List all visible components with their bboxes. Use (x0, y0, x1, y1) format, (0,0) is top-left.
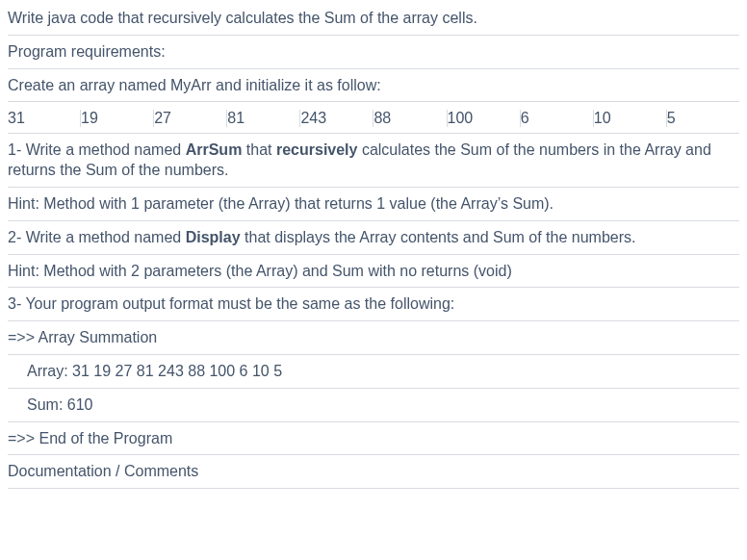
array-cell: 10 (594, 110, 667, 127)
text-segment: that (242, 141, 276, 158)
array-cell: 5 (667, 110, 739, 127)
output-line-3: Sum: 610 (8, 389, 739, 422)
output-line-2: Array: 31 19 27 81 243 88 100 6 10 5 (8, 355, 739, 389)
array-cell: 27 (154, 110, 227, 127)
array-cell: 31 (8, 110, 81, 127)
bold-text: recursively (276, 141, 358, 158)
step-3-line: 3- Your program output format must be th… (8, 288, 739, 321)
step-2-line: 2- Write a method named Display that dis… (8, 221, 739, 255)
hint-1-line: Hint: Method with 1 parameter (the Array… (8, 188, 739, 221)
array-cell: 19 (81, 110, 154, 127)
text-segment: 2- Write a method named (8, 229, 186, 245)
output-line-4: =>> End of the Program (8, 422, 739, 456)
hint-2-line: Hint: Method with 2 parameters (the Arra… (8, 255, 739, 289)
array-cell: 6 (521, 110, 594, 127)
bold-text: Display (186, 229, 241, 245)
array-values-row: 31 19 27 81 243 88 100 6 10 5 (8, 102, 739, 134)
step-1-line: 1- Write a method named ArrSum that recu… (8, 134, 739, 188)
array-cell: 243 (300, 110, 374, 127)
output-line-1: =>> Array Summation (8, 321, 739, 355)
documentation-line: Documentation / Comments (8, 455, 739, 489)
title-line: Write java code that recursively calcula… (8, 2, 739, 36)
array-cell: 100 (448, 110, 521, 127)
text-segment: that displays the Array contents and Sum… (241, 229, 636, 245)
requirements-header: Program requirements: (8, 36, 739, 69)
array-cell: 81 (227, 110, 300, 127)
create-array-line: Create an array named MyArr and initiali… (8, 69, 739, 103)
array-cell: 88 (374, 110, 447, 127)
text-segment: 1- Write a method named (8, 141, 186, 158)
bold-text: ArrSum (186, 141, 243, 158)
